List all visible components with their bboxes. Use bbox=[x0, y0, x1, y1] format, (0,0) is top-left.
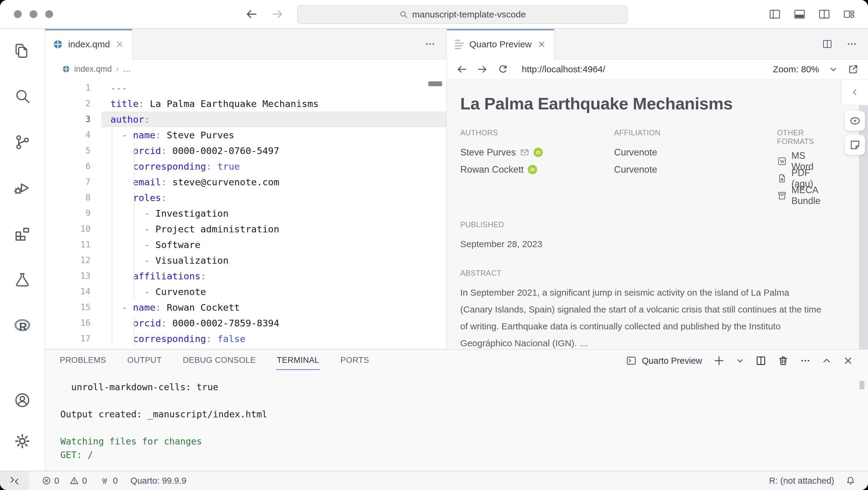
panel-tab-problems[interactable]: PROBLEMS bbox=[59, 351, 107, 370]
r-status[interactable]: R: (not attached) bbox=[769, 476, 834, 486]
forward-arrow-icon[interactable] bbox=[271, 7, 284, 21]
code-line[interactable]: 15 - name: Rowan Cockett bbox=[45, 299, 446, 315]
terminal-line: unroll-markdown-cells: true bbox=[60, 380, 868, 394]
affiliation-label: AFFILIATION bbox=[614, 128, 777, 137]
back-arrow-icon[interactable] bbox=[245, 7, 258, 21]
tab-quarto-preview[interactable]: Quarto Preview bbox=[447, 29, 555, 60]
plus-icon[interactable] bbox=[713, 355, 725, 367]
close-icon[interactable] bbox=[843, 355, 854, 366]
close-icon[interactable] bbox=[115, 40, 124, 49]
code-line[interactable]: 14 - Curvenote bbox=[45, 284, 446, 299]
code-line[interactable]: 13 affiliations: bbox=[45, 268, 446, 284]
code-editor[interactable]: 1---2title: La Palma Earthquake Mechanis… bbox=[45, 78, 446, 349]
more-actions-icon[interactable] bbox=[846, 39, 857, 50]
testing-icon[interactable] bbox=[13, 271, 31, 289]
code-line[interactable]: 5 orcid: 0000-0002-0760-5497 bbox=[45, 143, 446, 159]
format-link[interactable]: PDF (agu) bbox=[777, 170, 823, 187]
note-button[interactable] bbox=[845, 135, 865, 155]
collapse-panel-button[interactable] bbox=[841, 79, 868, 105]
layout-sidebar-left-icon[interactable] bbox=[769, 8, 781, 21]
code-line[interactable]: 16 orcid: 0000-0002-7859-8394 bbox=[45, 315, 446, 331]
external-link-icon[interactable] bbox=[847, 64, 859, 75]
published-label: PUBLISHED bbox=[460, 220, 823, 229]
panel-tab-terminal[interactable]: TERMINAL bbox=[276, 351, 320, 370]
quarto-icon bbox=[53, 39, 63, 49]
code-line[interactable]: 10 - Project administration bbox=[45, 221, 446, 237]
trash-icon[interactable] bbox=[777, 355, 789, 366]
format-link[interactable]: WMS Word bbox=[777, 153, 823, 170]
settings-gear-icon[interactable] bbox=[13, 432, 31, 450]
format-link[interactable]: MECA Bundle bbox=[777, 187, 823, 204]
minimize-window-button[interactable] bbox=[30, 10, 37, 18]
editor-scrollbar[interactable] bbox=[428, 81, 442, 86]
layout-panel-icon[interactable] bbox=[793, 8, 806, 21]
zoom-level[interactable]: Zoom: 80% bbox=[773, 64, 819, 74]
account-icon[interactable] bbox=[13, 391, 31, 409]
close-icon[interactable] bbox=[537, 40, 546, 49]
code-line[interactable]: 2title: La Palma Earthquake Mechanisms bbox=[45, 96, 446, 111]
explorer-icon[interactable] bbox=[13, 41, 31, 60]
line-number: 6 bbox=[45, 159, 101, 174]
chevron-down-icon[interactable] bbox=[736, 357, 744, 365]
command-center-search[interactable]: manuscript-template-vscode bbox=[297, 5, 628, 24]
ports-status[interactable]: 0 bbox=[99, 476, 118, 486]
extensions-icon[interactable] bbox=[13, 225, 31, 243]
breadcrumb-file[interactable]: index.qmd bbox=[74, 64, 112, 74]
more-actions-icon[interactable] bbox=[800, 355, 811, 366]
line-number: 11 bbox=[45, 237, 101, 253]
preview-content: La Palma Earthquake Mechanisms AUTHORS S… bbox=[447, 79, 868, 349]
breadcrumb[interactable]: index.qmd › … bbox=[45, 60, 446, 78]
indent-guide bbox=[112, 284, 112, 299]
split-editor-icon[interactable] bbox=[822, 38, 833, 50]
terminal-scrollbar[interactable] bbox=[860, 381, 864, 389]
code-line[interactable]: 8 roles: bbox=[45, 190, 446, 205]
back-arrow-icon[interactable] bbox=[456, 64, 467, 75]
orcid-icon[interactable]: iD bbox=[528, 165, 537, 174]
code-line[interactable]: 6 corresponding: true bbox=[45, 159, 446, 174]
search-icon[interactable] bbox=[13, 88, 31, 105]
code-line[interactable]: 11 - Software bbox=[45, 237, 446, 253]
problems-status[interactable]: 0 0 bbox=[42, 476, 87, 486]
code-line[interactable]: 7 email: steve@curvenote.com bbox=[45, 174, 446, 190]
quarto-version[interactable]: Quarto: 99.9.9 bbox=[130, 476, 186, 486]
chevron-down-icon[interactable] bbox=[828, 64, 838, 74]
code-line[interactable]: 4 - name: Steve Purves bbox=[45, 127, 446, 143]
mail-icon[interactable] bbox=[520, 148, 529, 157]
close-window-button[interactable] bbox=[14, 10, 22, 18]
panel-tab-debug-console[interactable]: DEBUG CONSOLE bbox=[182, 351, 256, 370]
bell-icon[interactable] bbox=[845, 475, 856, 486]
terminal-instance[interactable]: Quarto Preview bbox=[625, 355, 702, 366]
eye-button[interactable] bbox=[845, 111, 865, 131]
source-control-icon[interactable] bbox=[13, 133, 31, 151]
code-line[interactable]: 3author: bbox=[45, 111, 446, 127]
url-field[interactable]: http://localhost:4964/ bbox=[522, 64, 764, 74]
remote-indicator[interactable] bbox=[0, 471, 29, 490]
breadcrumb-more[interactable]: … bbox=[123, 64, 131, 74]
r-lang-icon[interactable]: R bbox=[13, 317, 31, 334]
authors-label: AUTHORS bbox=[460, 128, 614, 137]
archive-icon bbox=[777, 191, 787, 201]
run-debug-icon[interactable] bbox=[13, 179, 31, 197]
code-line[interactable]: 1--- bbox=[45, 80, 446, 96]
forward-arrow-icon[interactable] bbox=[476, 64, 488, 75]
split-terminal-icon[interactable] bbox=[755, 355, 767, 366]
orcid-icon[interactable]: iD bbox=[533, 148, 543, 157]
activity-bar: R bbox=[0, 29, 45, 471]
tab-index-qmd[interactable]: index.qmd bbox=[45, 29, 133, 60]
chevron-up-icon[interactable] bbox=[822, 356, 832, 366]
zoom-window-button[interactable] bbox=[45, 10, 53, 18]
search-value: manuscript-template-vscode bbox=[412, 9, 526, 20]
indent-guide bbox=[112, 159, 112, 174]
terminal-output[interactable]: unroll-markdown-cells: true Output creat… bbox=[45, 372, 868, 471]
layout-customize-icon[interactable] bbox=[843, 8, 855, 21]
code-line[interactable]: 17 corresponding: false bbox=[45, 331, 446, 347]
layout-split-icon[interactable] bbox=[818, 8, 831, 21]
code-line[interactable]: 9 - Investigation bbox=[45, 205, 446, 221]
line-number: 17 bbox=[45, 331, 101, 347]
refresh-icon[interactable] bbox=[497, 64, 508, 75]
panel-tab-output[interactable]: OUTPUT bbox=[127, 351, 162, 370]
broadcast-icon bbox=[99, 476, 110, 486]
panel-tab-ports[interactable]: PORTS bbox=[340, 351, 370, 370]
more-actions-icon[interactable] bbox=[425, 39, 435, 50]
code-line[interactable]: 12 - Visualization bbox=[45, 253, 446, 268]
